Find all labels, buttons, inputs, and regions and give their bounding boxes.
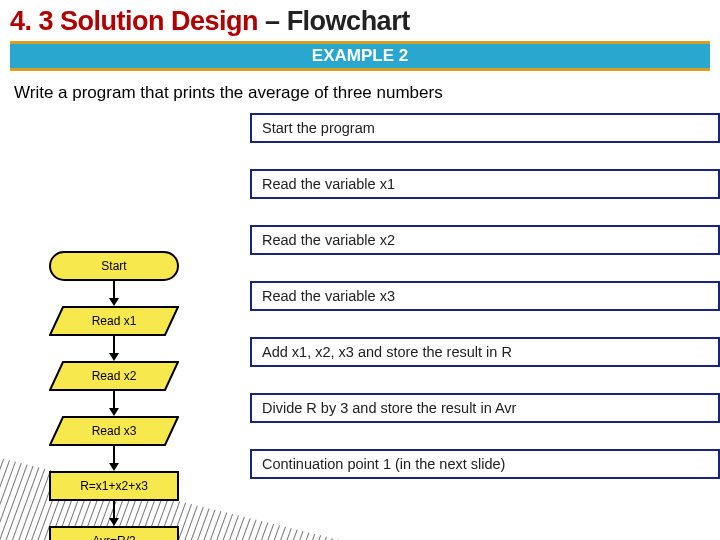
flow-description: Read the variable x3 xyxy=(250,281,720,311)
flow-description: Read the variable x1 xyxy=(250,169,720,199)
io-shape: Read x1 xyxy=(49,306,179,336)
heading-section-number: 4. 3 xyxy=(10,6,53,36)
slide-heading: 4. 3 Solution Design – Flowchart xyxy=(0,0,720,41)
process-shape: Avr=R/3 xyxy=(49,526,179,540)
io-shape: Read x3 xyxy=(49,416,179,446)
flow-description: Add x1, x2, x3 and store the result in R xyxy=(250,337,720,367)
heading-separator: – xyxy=(265,6,280,36)
flowchart-column: Start Read x1 Read x2 xyxy=(14,251,214,540)
flow-description: Read the variable x2 xyxy=(250,225,720,255)
flow-arrow xyxy=(109,336,119,361)
heading-sub: Flowchart xyxy=(287,6,410,36)
process-shape: R=x1+x2+x3 xyxy=(49,471,179,501)
flow-node-average: Avr=R/3 xyxy=(49,526,179,540)
flow-label: Read x1 xyxy=(92,314,137,328)
flow-description: Divide R by 3 and store the result in Av… xyxy=(250,393,720,423)
flow-node-start: Start xyxy=(49,251,179,281)
flow-arrow xyxy=(109,501,119,526)
flow-label: Start xyxy=(101,259,126,273)
flow-arrow xyxy=(109,281,119,306)
flow-description: Start the program xyxy=(250,113,720,143)
flow-node-read-x3: Read x3 xyxy=(49,416,179,446)
flow-arrow xyxy=(109,446,119,471)
example-banner: EXAMPLE 2 xyxy=(10,41,710,71)
io-shape: Read x2 xyxy=(49,361,179,391)
flow-label: Read x2 xyxy=(92,369,137,383)
heading-main: Solution Design xyxy=(60,6,258,36)
terminator-shape: Start xyxy=(49,251,179,281)
flow-node-sum: R=x1+x2+x3 xyxy=(49,471,179,501)
flowchart-area: Start Read x1 Read x2 xyxy=(0,113,720,479)
flow-description: Continuation point 1 (in the next slide) xyxy=(250,449,720,479)
flow-node-read-x2: Read x2 xyxy=(49,361,179,391)
problem-prompt: Write a program that prints the average … xyxy=(0,75,720,113)
example-banner-wrap: EXAMPLE 2 xyxy=(10,41,710,71)
flow-label: Avr=R/3 xyxy=(92,534,135,540)
flow-node-read-x1: Read x1 xyxy=(49,306,179,336)
flow-arrow xyxy=(109,391,119,416)
description-column: Start the program Read the variable x1 R… xyxy=(250,113,720,479)
flow-label: R=x1+x2+x3 xyxy=(80,479,148,493)
flow-label: Read x3 xyxy=(92,424,137,438)
